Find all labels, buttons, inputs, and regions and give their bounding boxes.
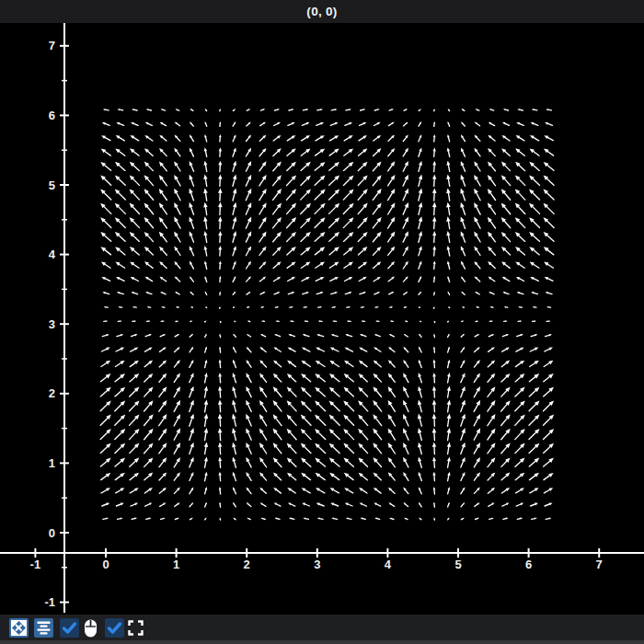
svg-text:0: 0 xyxy=(49,526,55,540)
svg-text:-1: -1 xyxy=(30,558,41,571)
fullscreen-corners-icon xyxy=(126,618,145,638)
align-center-lines-icon xyxy=(34,618,53,638)
svg-text:6: 6 xyxy=(49,109,55,122)
svg-text:4: 4 xyxy=(385,558,392,571)
mouse-mode-button[interactable] xyxy=(81,618,100,638)
svg-text:-1: -1 xyxy=(44,595,55,609)
svg-text:7: 7 xyxy=(49,39,55,52)
vector-field-canvas[interactable]: -101234567-101234567 xyxy=(0,0,644,644)
svg-text:3: 3 xyxy=(314,558,320,571)
fullscreen-button[interactable] xyxy=(126,618,145,638)
svg-text:6: 6 xyxy=(525,558,532,571)
checkmark-icon xyxy=(105,618,124,638)
toggle-checkbox-2[interactable] xyxy=(105,618,124,638)
expand-arrows-icon xyxy=(9,618,29,638)
svg-text:0: 0 xyxy=(102,558,109,571)
svg-text:5: 5 xyxy=(49,178,55,192)
bottom-strip xyxy=(0,640,644,644)
svg-text:2: 2 xyxy=(244,558,250,571)
svg-text:3: 3 xyxy=(49,317,55,331)
svg-text:4: 4 xyxy=(49,247,56,261)
checkmark-icon xyxy=(60,618,79,638)
mouse-icon xyxy=(81,618,100,638)
svg-text:2: 2 xyxy=(49,386,55,400)
svg-text:5: 5 xyxy=(454,558,461,571)
bottom-toolbar xyxy=(0,615,644,640)
svg-text:1: 1 xyxy=(49,456,55,470)
fit-view-button[interactable] xyxy=(9,618,29,638)
toggle-checkbox-1[interactable] xyxy=(60,618,79,638)
align-lines-button[interactable] xyxy=(34,618,53,638)
svg-text:7: 7 xyxy=(596,558,603,571)
vector-field-app: (0, 0) -101234567-101234567 xyxy=(0,0,644,644)
svg-text:1: 1 xyxy=(173,558,179,571)
